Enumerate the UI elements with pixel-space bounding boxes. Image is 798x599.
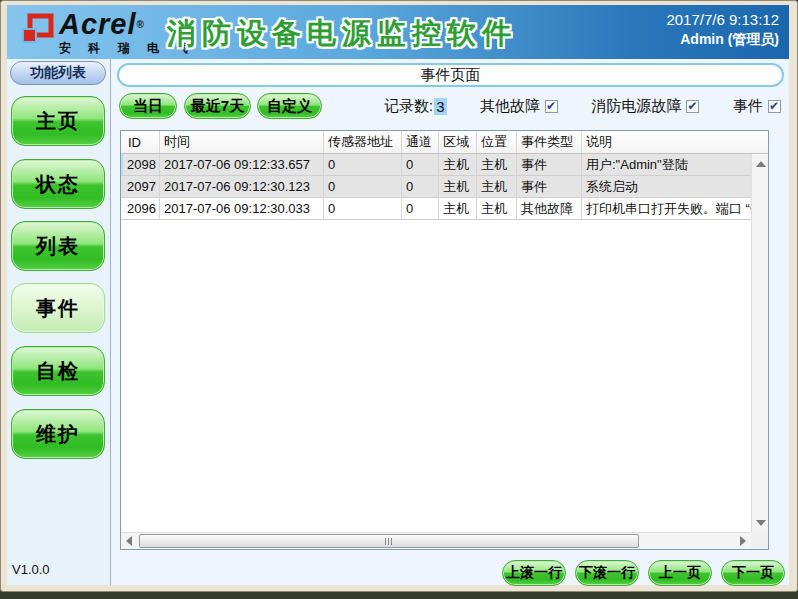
cell-channel: 0 bbox=[402, 198, 439, 220]
scroll-down-icon[interactable] bbox=[756, 520, 766, 526]
table-row[interactable]: 2098 2017-07-06 09:12:33.657 0 0 主机 主机 事… bbox=[121, 154, 751, 176]
other-fault-label: 其他故障 bbox=[480, 97, 540, 116]
scroll-up-icon[interactable] bbox=[756, 161, 766, 167]
filter-fire-power-fault: 消防电源故障 bbox=[591, 97, 699, 116]
scroll-right-icon[interactable] bbox=[740, 536, 746, 546]
cell-area: 主机 bbox=[439, 154, 477, 176]
column-header-id: ID bbox=[121, 131, 160, 154]
column-header-channel: 通道 bbox=[402, 131, 439, 154]
version-label: V1.0.0 bbox=[12, 562, 50, 577]
scroll-up-one-row-button[interactable]: 上滚一行 bbox=[502, 560, 566, 586]
record-count: 记录数: 3 bbox=[384, 97, 447, 116]
sidebar-header: 功能列表 bbox=[10, 61, 106, 85]
cell-position: 主机 bbox=[477, 154, 517, 176]
cell-sensor-address: 0 bbox=[324, 198, 402, 220]
filter-custom-button[interactable]: 自定义 bbox=[257, 93, 322, 119]
event-table: ID 时间 传感器地址 通道 区域 位置 事件类型 说明 2098 2017-0… bbox=[120, 130, 769, 550]
cell-position: 主机 bbox=[477, 176, 517, 198]
column-header-sensor-address: 传感器地址 bbox=[324, 131, 402, 154]
cell-id: 2097 bbox=[121, 176, 160, 198]
column-header-time: 时间 bbox=[160, 131, 324, 154]
datetime-label: 2017/7/6 9:13:12 bbox=[666, 11, 779, 28]
page-title: 事件页面 bbox=[117, 63, 784, 87]
cell-description: 打印机串口打开失败。端口 “C bbox=[582, 198, 751, 220]
event-checkbox[interactable] bbox=[768, 100, 781, 113]
current-user-label: Admin (管理员) bbox=[666, 31, 779, 49]
sidebar: 功能列表 主页 状态 列表 事件 自检 维护 V1.0.0 bbox=[7, 59, 111, 585]
record-count-label: 记录数: bbox=[384, 97, 433, 116]
filter-options: 记录数: 3 其他故障 消防电源故障 事件 bbox=[384, 93, 781, 119]
cell-area: 主机 bbox=[439, 198, 477, 220]
horizontal-scrollbar-thumb[interactable] bbox=[139, 534, 639, 548]
event-label: 事件 bbox=[733, 97, 763, 116]
column-header-description: 说明 bbox=[582, 131, 768, 154]
table-row[interactable]: 2097 2017-07-06 09:12:30.123 0 0 主机 主机 事… bbox=[121, 176, 751, 198]
app-header: Acrel® 安 科 瑞 电 气 消防设备电源监控软件 2017/7/6 9:1… bbox=[7, 5, 789, 59]
cell-time: 2017-07-06 09:12:30.123 bbox=[160, 176, 324, 198]
next-page-button[interactable]: 下一页 bbox=[721, 560, 785, 586]
cell-channel: 0 bbox=[402, 154, 439, 176]
column-header-event-type: 事件类型 bbox=[517, 131, 582, 154]
cell-position: 主机 bbox=[477, 198, 517, 220]
filter-last7days-button[interactable]: 最近7天 bbox=[184, 93, 251, 119]
pagination-bar: 上滚一行 下滚一行 上一页 下一页 bbox=[502, 560, 785, 586]
sidebar-item-maintain[interactable]: 维护 bbox=[11, 409, 105, 459]
column-header-area: 区域 bbox=[439, 131, 477, 154]
cell-event-type: 事件 bbox=[517, 176, 582, 198]
sidebar-item-status[interactable]: 状态 bbox=[11, 159, 105, 209]
sidebar-item-events[interactable]: 事件 bbox=[11, 283, 105, 333]
thumb-grip-icon bbox=[385, 538, 393, 545]
filter-other-fault: 其他故障 bbox=[480, 97, 558, 116]
filter-row: 当日 最近7天 自定义 记录数: 3 其他故障 消防电源故障 bbox=[112, 93, 789, 119]
app-title: 消防设备电源监控软件 bbox=[167, 14, 517, 54]
filter-today-button[interactable]: 当日 bbox=[119, 93, 177, 119]
app-window: Acrel® 安 科 瑞 电 气 消防设备电源监控软件 2017/7/6 9:1… bbox=[7, 5, 789, 585]
header-info: 2017/7/6 9:13:12 Admin (管理员) bbox=[666, 11, 779, 49]
sidebar-item-list[interactable]: 列表 bbox=[11, 221, 105, 271]
fire-power-fault-label: 消防电源故障 bbox=[591, 97, 681, 116]
other-fault-checkbox[interactable] bbox=[545, 100, 558, 113]
filter-event: 事件 bbox=[733, 97, 781, 116]
cell-event-type: 事件 bbox=[517, 154, 582, 176]
vertical-scrollbar[interactable] bbox=[751, 154, 768, 532]
window-frame: Acrel® 安 科 瑞 电 气 消防设备电源监控软件 2017/7/6 9:1… bbox=[0, 0, 798, 592]
cell-id: 2096 bbox=[121, 198, 160, 220]
horizontal-scrollbar[interactable] bbox=[121, 532, 751, 549]
table-header-row: ID 时间 传感器地址 通道 区域 位置 事件类型 说明 bbox=[121, 131, 768, 154]
cell-channel: 0 bbox=[402, 176, 439, 198]
cell-sensor-address: 0 bbox=[324, 176, 402, 198]
fire-power-fault-checkbox[interactable] bbox=[686, 100, 699, 113]
acrel-logo-icon bbox=[21, 13, 55, 53]
scroll-down-one-row-button[interactable]: 下滚一行 bbox=[575, 560, 639, 586]
cell-time: 2017-07-06 09:12:30.033 bbox=[160, 198, 324, 220]
column-header-position: 位置 bbox=[477, 131, 517, 154]
scrollbar-corner bbox=[751, 532, 768, 549]
table-row[interactable]: 2096 2017-07-06 09:12:30.033 0 0 主机 主机 其… bbox=[121, 198, 751, 220]
scroll-left-icon[interactable] bbox=[126, 536, 132, 546]
cell-description: 系统启动 bbox=[582, 176, 751, 198]
cell-sensor-address: 0 bbox=[324, 154, 402, 176]
registered-mark-icon: ® bbox=[137, 19, 145, 30]
cell-id: 2098 bbox=[121, 154, 160, 176]
previous-page-button[interactable]: 上一页 bbox=[648, 560, 712, 586]
cell-time: 2017-07-06 09:12:33.657 bbox=[160, 154, 324, 176]
cell-event-type: 其他故障 bbox=[517, 198, 582, 220]
cell-description: 用户:"Admin"登陆 bbox=[582, 154, 751, 176]
main-content: 事件页面 当日 最近7天 自定义 记录数: 3 其他故障 消防电源故障 bbox=[112, 59, 789, 585]
sidebar-item-home[interactable]: 主页 bbox=[11, 96, 105, 146]
cell-area: 主机 bbox=[439, 176, 477, 198]
record-count-value[interactable]: 3 bbox=[434, 98, 446, 115]
sidebar-item-selfcheck[interactable]: 自检 bbox=[11, 346, 105, 396]
